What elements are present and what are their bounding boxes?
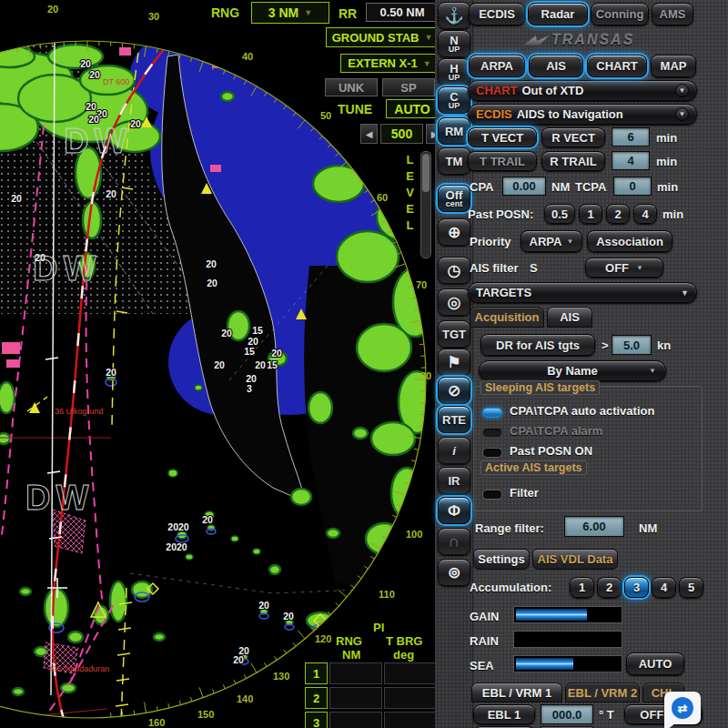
- tab-ais-vdl-data[interactable]: AIS VDL Data: [532, 549, 618, 570]
- accumulation-1-button[interactable]: 1: [570, 577, 594, 598]
- svg-text:20: 20: [283, 611, 294, 622]
- target-rings-button[interactable]: ◎: [438, 288, 470, 316]
- chart-button[interactable]: CHART: [587, 55, 647, 77]
- svg-text:20: 20: [207, 278, 217, 288]
- pi-row-2-index[interactable]: 2: [305, 687, 328, 709]
- svg-text:2020: 2020: [166, 541, 187, 552]
- pi-row-1-index[interactable]: 1: [305, 662, 328, 684]
- pi-row-2-brg-cell[interactable]: [384, 687, 437, 709]
- arpa-button[interactable]: ARPA: [469, 55, 525, 77]
- mound-button[interactable]: ∩: [438, 528, 470, 555]
- chart-alert-dropdown[interactable]: CHARTOut of XTD ▼: [468, 80, 697, 101]
- pi-row-3-rng-cell[interactable]: [329, 712, 382, 728]
- tab-conning[interactable]: Conning: [591, 3, 649, 25]
- pi-row-3-brg-cell[interactable]: [384, 712, 437, 728]
- accumulation-3-button[interactable]: 3: [624, 577, 649, 598]
- pi-row-1-brg-cell[interactable]: [384, 662, 437, 684]
- chevron-down-icon[interactable]: ▼: [675, 84, 689, 97]
- accumulation-2-button[interactable]: 2: [597, 577, 622, 598]
- tab-acquisition[interactable]: Acquisition: [470, 307, 544, 328]
- tgt-button[interactable]: TGT: [438, 320, 470, 348]
- pi-col2-unit: deg: [393, 648, 414, 662]
- accumulation-5-button[interactable]: 5: [679, 577, 703, 598]
- checkbox-cpa-tcpa-auto-activation[interactable]: [482, 408, 502, 418]
- vector-min-unit: min: [656, 131, 677, 145]
- no-symbol-button[interactable]: ⊘: [438, 377, 470, 404]
- pi-row-3-index[interactable]: 3: [305, 712, 328, 728]
- relative-trail-button[interactable]: R TRAIL: [541, 151, 605, 171]
- tcpa-field[interactable]: 0: [613, 177, 652, 196]
- mesh-globe-button[interactable]: ⊚: [438, 559, 470, 586]
- checkbox-past-posn-on[interactable]: [482, 448, 502, 458]
- route-button[interactable]: RTE: [438, 406, 470, 433]
- level-scrollbar[interactable]: [420, 151, 431, 258]
- past-posn-4-button[interactable]: 4: [633, 204, 657, 224]
- tab-ais[interactable]: AIS: [547, 307, 592, 328]
- trail-time-field[interactable]: 4: [612, 151, 650, 170]
- phi-button[interactable]: Φ: [438, 497, 470, 524]
- tune-auto-button[interactable]: AUTO: [386, 99, 439, 118]
- checkbox-filter[interactable]: [482, 490, 502, 500]
- acquire-flag-button[interactable]: ⚑: [438, 349, 470, 376]
- sp-button[interactable]: SP: [382, 78, 435, 96]
- relative-motion-button[interactable]: RM: [438, 117, 470, 145]
- past-posn-1-button[interactable]: 1: [579, 204, 602, 224]
- priority-select[interactable]: ARPA▼: [521, 230, 582, 252]
- range-select[interactable]: 3 NM▼: [251, 2, 329, 24]
- ecdis-alert-dropdown[interactable]: ECDISAIDS to Navigation ▼: [468, 104, 697, 125]
- true-vector-button[interactable]: T VECT: [468, 127, 537, 147]
- tab-ams[interactable]: AMS: [652, 3, 693, 25]
- timer-button[interactable]: ◷: [438, 257, 470, 284]
- head-up-button[interactable]: HUP: [438, 58, 470, 86]
- association-button[interactable]: Association: [587, 230, 672, 252]
- true-trail-button[interactable]: T TRAIL: [468, 151, 537, 171]
- stabilization-select[interactable]: GROUND STAB▼: [326, 27, 439, 47]
- info-button[interactable]: i: [438, 437, 470, 464]
- dr-for-ais-button[interactable]: DR for AIS tgts: [480, 334, 595, 356]
- ebl1-button[interactable]: EBL 1: [473, 704, 535, 724]
- tab-ebl-vrm-2[interactable]: EBL / VRM 2: [565, 682, 640, 703]
- unk-button[interactable]: UNK: [325, 78, 378, 96]
- ir-button[interactable]: IR: [438, 467, 470, 494]
- past-posn-0.5-button[interactable]: 0.5: [544, 204, 575, 224]
- tab-settings[interactable]: Settings: [473, 549, 530, 570]
- ship-icon[interactable]: ⚓: [438, 2, 470, 29]
- true-motion-button[interactable]: TM: [438, 147, 470, 175]
- gain-slider[interactable]: [513, 606, 622, 623]
- ebl1-bearing-field[interactable]: 000.0: [541, 704, 593, 724]
- map-button[interactable]: MAP: [651, 55, 696, 77]
- vector-time-field[interactable]: 6: [612, 127, 650, 147]
- chevron-down-icon[interactable]: ▼: [675, 107, 689, 121]
- off-center-button[interactable]: Offcent: [438, 185, 470, 212]
- pi-row-1-rng-cell[interactable]: [329, 662, 382, 684]
- rain-slider[interactable]: [513, 631, 622, 648]
- cpa-field[interactable]: 0.00: [502, 177, 546, 196]
- dr-speed-field[interactable]: 5.0: [612, 335, 652, 355]
- radar-ppi-display[interactable]: 20304050607080100110120130140150160 2020…: [0, 0, 446, 728]
- past-posn-globe-button[interactable]: ⊕: [438, 218, 470, 246]
- past-posn-label: Past POSN:: [468, 207, 533, 221]
- extern-source-select[interactable]: EXTERN X-1▼: [340, 54, 439, 73]
- tab-ecdis[interactable]: ECDIS: [469, 3, 525, 25]
- north-up-button[interactable]: NUP: [438, 30, 470, 57]
- tab-ebl-vrm-1[interactable]: EBL / VRM 1: [471, 682, 562, 703]
- checkbox-cpa-tcpa-alarm[interactable]: [482, 428, 502, 438]
- range-filter-field[interactable]: 6.00: [564, 516, 624, 537]
- targets-header-dropdown[interactable]: TARGETS ▼: [468, 282, 697, 303]
- svg-text:160: 160: [148, 717, 165, 728]
- pi-row-2-rng-cell[interactable]: [329, 687, 382, 709]
- checkbox-label: CPA\TCPA alarm: [510, 424, 602, 438]
- tune-decrease-button[interactable]: ◀: [360, 124, 378, 144]
- course-up-button[interactable]: CUP: [438, 86, 470, 114]
- teamviewer-popup[interactable]: ⇄: [664, 692, 701, 724]
- accumulation-4-button[interactable]: 4: [652, 577, 676, 598]
- tab-radar[interactable]: Radar: [528, 3, 588, 25]
- sort-by-select[interactable]: By Name ▼: [479, 360, 666, 381]
- auto-gain-button[interactable]: AUTO: [626, 652, 684, 675]
- ais-filter-select[interactable]: OFF▼: [585, 258, 663, 278]
- svg-text:20: 20: [47, 4, 58, 15]
- relative-vector-button[interactable]: R VECT: [541, 127, 605, 147]
- sea-slider[interactable]: [513, 655, 622, 672]
- ais-button[interactable]: AIS: [529, 55, 583, 77]
- past-posn-2-button[interactable]: 2: [606, 204, 630, 224]
